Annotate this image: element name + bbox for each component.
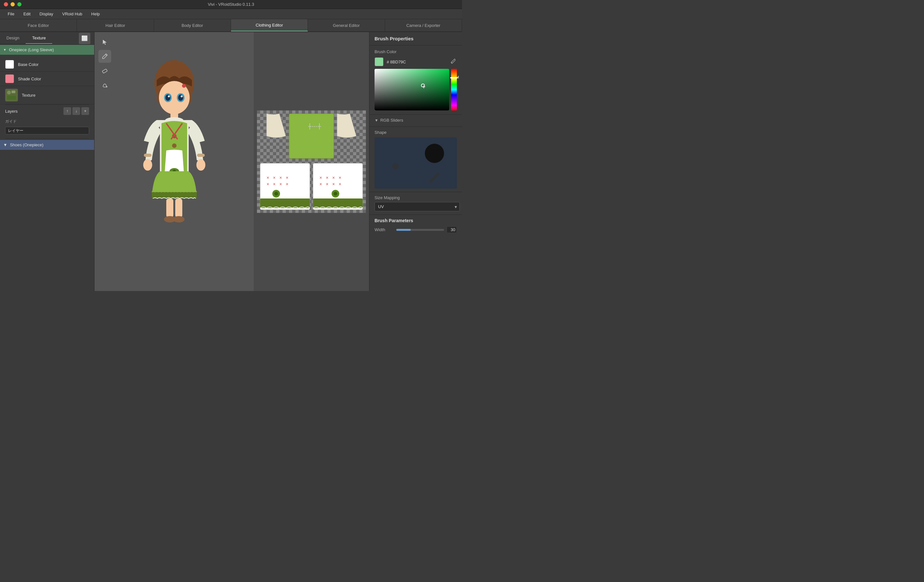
- svg-point-16: [182, 84, 186, 88]
- menu-display[interactable]: Display: [36, 10, 57, 18]
- canvas-uv-view[interactable]: × × × × × × × × × × × × × × × ×: [254, 32, 369, 291]
- avatar-area: [94, 32, 254, 291]
- brush-color-swatch[interactable]: [375, 57, 383, 66]
- tab-hair-editor[interactable]: Hair Editor: [77, 19, 154, 31]
- svg-point-65: [333, 192, 337, 196]
- select-tool-button[interactable]: [98, 36, 111, 49]
- sub-tabs-wrapper: Design Texture ⬜: [0, 32, 94, 45]
- base-color-swatch: [5, 60, 14, 69]
- svg-rect-38: [289, 113, 334, 158]
- svg-point-29: [143, 159, 152, 171]
- svg-text:×: ×: [273, 175, 276, 180]
- brush-color-row: # 8BD79C: [375, 57, 457, 66]
- brush-parameters-label: Brush Parameters: [375, 218, 457, 223]
- svg-text:×: ×: [286, 175, 288, 180]
- panel-icon-button[interactable]: ⬜: [79, 33, 90, 44]
- brush-hex-value: # 8BD79C: [387, 59, 447, 64]
- svg-text:×: ×: [319, 175, 322, 180]
- brush-parameters-section: Brush Parameters Width 30: [370, 215, 462, 239]
- size-mapping-label: Size Mapping: [375, 195, 457, 200]
- size-mapping-section: Size Mapping UV Screen ▾: [370, 192, 462, 215]
- tab-body-editor[interactable]: Body Editor: [154, 19, 231, 31]
- menu-edit[interactable]: Edit: [20, 10, 34, 18]
- pen-tool-button[interactable]: [98, 50, 111, 63]
- size-mapping-select[interactable]: UV Screen: [375, 202, 460, 211]
- layer-down-button[interactable]: ↓: [73, 107, 80, 115]
- svg-text:×: ×: [326, 181, 328, 187]
- sub-tab-texture[interactable]: Texture: [26, 33, 52, 44]
- width-slider-fill: [396, 229, 411, 231]
- layer-add-button[interactable]: +: [81, 107, 89, 115]
- menu-help[interactable]: Help: [87, 10, 104, 18]
- svg-rect-60: [260, 199, 310, 208]
- svg-point-20: [172, 143, 177, 148]
- svg-text:×: ×: [279, 175, 282, 180]
- svg-point-66: [451, 62, 452, 63]
- svg-point-13: [178, 94, 183, 101]
- svg-rect-2: [12, 90, 15, 93]
- sub-tabs: Design Texture: [0, 33, 52, 44]
- shape-preview[interactable]: [375, 137, 457, 189]
- layer-up-button[interactable]: ↑: [63, 107, 71, 115]
- color-hue-strip[interactable]: [451, 69, 457, 110]
- canvas-area: × × × × × × × × × × × × × × × ×: [94, 32, 369, 291]
- color-picker-container[interactable]: +: [375, 69, 457, 110]
- tab-general-editor[interactable]: General Editor: [308, 19, 385, 31]
- eyedropper-button[interactable]: [450, 58, 457, 66]
- titlebar: Vivi - VRoidStudio 0.11.3: [0, 0, 462, 9]
- close-button[interactable]: [4, 2, 8, 7]
- rgb-sliders-section: ▼ RGB Sliders: [370, 115, 462, 127]
- app-title: Vivi - VRoidStudio 0.11.3: [208, 2, 254, 7]
- accordion-shoes[interactable]: ▼ Shoes (Onepiece): [0, 140, 94, 150]
- width-slider[interactable]: [396, 229, 444, 231]
- texture-thumb: [5, 89, 18, 102]
- tab-clothing-editor[interactable]: Clothing Editor: [231, 19, 308, 31]
- titlebar-buttons: [4, 2, 21, 7]
- color-gradient-overlay: [375, 69, 449, 110]
- menu-vroid-hub[interactable]: VRoid Hub: [58, 10, 86, 18]
- fill-tool-button[interactable]: [98, 78, 111, 91]
- brush-shape-circle: [425, 144, 444, 163]
- svg-text:×: ×: [332, 175, 335, 180]
- guide-label: ガイド: [0, 117, 94, 125]
- svg-rect-26: [175, 199, 182, 218]
- color-gradient-picker[interactable]: +: [375, 69, 449, 110]
- width-label: Width: [375, 227, 394, 232]
- sub-tab-design[interactable]: Design: [0, 33, 26, 44]
- tab-camera-exporter[interactable]: Camera / Exporter: [385, 19, 462, 31]
- svg-point-15: [181, 95, 183, 97]
- svg-text:×: ×: [273, 181, 276, 187]
- layer-name-input[interactable]: [5, 127, 89, 135]
- shape-section: Shape: [370, 127, 462, 192]
- canvas-3d-view[interactable]: [94, 32, 254, 291]
- svg-point-11: [165, 94, 170, 101]
- svg-rect-32: [197, 154, 205, 157]
- svg-rect-4: [102, 69, 107, 73]
- svg-rect-25: [166, 199, 173, 218]
- texture-row[interactable]: Texture: [0, 86, 94, 104]
- menu-file[interactable]: File: [4, 10, 18, 18]
- sidebar-accordion-content: Base Color Shade Color Texture: [0, 55, 94, 138]
- width-param-row: Width 30: [375, 226, 457, 233]
- shade-color-row[interactable]: Shade Color: [0, 72, 94, 86]
- shape-label: Shape: [375, 130, 457, 135]
- svg-point-28: [173, 216, 185, 222]
- brush-shape-smear1: [392, 163, 399, 169]
- brush-color-label: Brush Color: [375, 49, 457, 54]
- menubar: File Edit Display VRoid Hub Help: [0, 9, 462, 19]
- base-color-row[interactable]: Base Color: [0, 57, 94, 72]
- tabbar: Face Editor Hair Editor Body Editor Clot…: [0, 19, 462, 32]
- layers-header: Layers ↑ ↓ +: [0, 105, 94, 117]
- svg-rect-3: [7, 96, 16, 100]
- eraser-tool-button[interactable]: [98, 64, 111, 77]
- rgb-sliders-header[interactable]: ▼ RGB Sliders: [375, 118, 457, 123]
- minimize-button[interactable]: [11, 2, 15, 7]
- width-value[interactable]: 30: [447, 226, 457, 233]
- svg-text:×: ×: [332, 181, 335, 187]
- svg-text:×: ×: [339, 181, 341, 187]
- layer-input-row: [0, 125, 94, 136]
- avatar-svg: [125, 51, 224, 272]
- accordion-onepiece[interactable]: ▼ Onepiece (Long Sleeve): [0, 45, 94, 55]
- maximize-button[interactable]: [17, 2, 21, 7]
- tab-face-editor[interactable]: Face Editor: [0, 19, 77, 31]
